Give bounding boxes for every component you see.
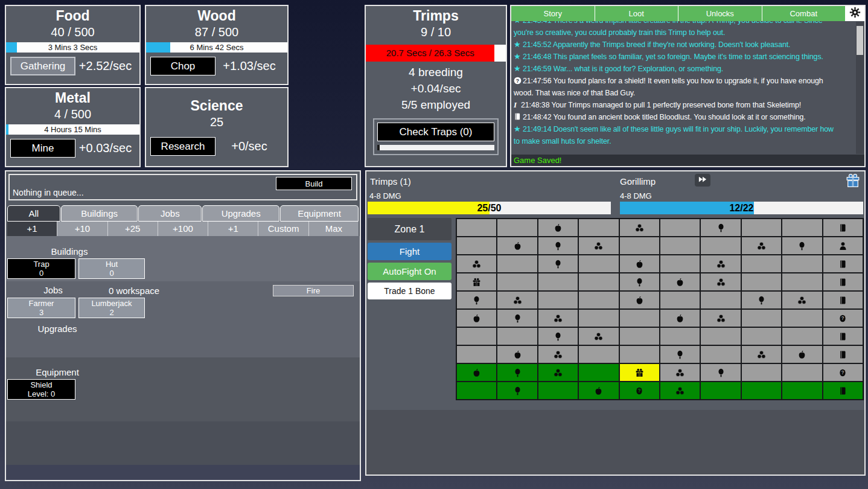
tree-icon (675, 350, 685, 359)
jobs-heading: Jobs (20, 285, 86, 295)
hut-label: Hut (106, 260, 118, 269)
game-saved-banner: Game Saved! (511, 155, 864, 166)
buy-amount-plus1[interactable]: +1 (7, 222, 57, 236)
ore-icon (513, 296, 522, 305)
bone-gift-button[interactable] (846, 173, 860, 188)
check-traps-button[interactable]: Check Traps (0) (377, 123, 494, 141)
log-message: ★21:46:59 War... what is it good for? Ex… (514, 63, 857, 75)
tab-equipment[interactable]: Equipment (280, 205, 359, 222)
map-cell (497, 309, 537, 327)
map-cell (700, 309, 741, 327)
gather-food-button[interactable]: Gathering (10, 57, 75, 75)
food-count: 40 / 500 (6, 25, 139, 39)
footer-band (6, 465, 360, 480)
map-cell-complete (456, 382, 497, 400)
star-icon: ★ (514, 39, 523, 51)
log-tab-unlocks[interactable]: Unlocks (678, 6, 762, 21)
buy-amount-plus10[interactable]: +10 (57, 222, 107, 236)
hire-lumberjack-button[interactable]: Lumberjack2 (78, 298, 145, 318)
map-cell-complete (456, 363, 497, 382)
map-cell (578, 291, 619, 309)
tree-icon (635, 278, 644, 287)
log-message-text: 21:47:56 You found plans for a shield! I… (514, 77, 823, 97)
science-rate: +0/sec (215, 139, 283, 153)
tab-upgrades[interactable]: Upgrades (202, 205, 279, 222)
map-cell (823, 291, 863, 309)
map-cell-complete (578, 363, 619, 382)
research-button[interactable]: Research (150, 137, 215, 156)
hire-farmer-button[interactable]: Farmer3 (7, 298, 75, 318)
equipment-heading: Equipment (18, 367, 97, 377)
shield-level: Level: 0 (28, 389, 56, 398)
fire-button[interactable]: Fire (273, 285, 354, 296)
question-circle-icon: ? (514, 75, 523, 87)
log-message: I21:48:38 Your Trimps managed to pull 1 … (514, 99, 857, 111)
shield-label: Shield (30, 380, 52, 389)
buy-amount-custom[interactable]: Custom (258, 222, 308, 236)
tree-icon (554, 241, 563, 251)
tree-icon (472, 296, 481, 305)
tab-buildings[interactable]: Buildings (61, 205, 138, 222)
log-tab-story[interactable]: Story (511, 6, 595, 21)
map-cell (497, 291, 537, 309)
ore-icon (554, 350, 563, 359)
buy-amount-plus25[interactable]: +25 (107, 222, 158, 236)
book-icon (838, 223, 847, 232)
ore-icon (472, 260, 481, 269)
map-cell (660, 219, 700, 237)
map-cell-complete (578, 382, 619, 400)
gear-icon (849, 7, 861, 21)
map-cell (619, 219, 660, 237)
tab-jobs[interactable]: Jobs (138, 205, 202, 222)
ally-health-text: 25/50 (368, 202, 611, 214)
lumberjack-label: Lumberjack (91, 299, 132, 308)
buy-amount-max[interactable]: Max (308, 222, 359, 236)
apple-icon (554, 223, 563, 232)
autofight-toggle[interactable]: AutoFight On (368, 263, 452, 280)
question-icon: ? (838, 314, 847, 323)
map-cell (578, 237, 619, 255)
ally-damage: 4-8 DMG (369, 191, 401, 200)
buy-amount-plus100[interactable]: +100 (158, 222, 208, 236)
farmer-label: Farmer (29, 299, 54, 308)
fast-forward-button[interactable] (695, 174, 710, 187)
trap-count: 0 (39, 269, 43, 278)
ore-icon (554, 314, 563, 323)
buy-shield-button[interactable]: ShieldLevel: 0 (7, 379, 75, 400)
log-scrollbar-thumb[interactable] (857, 26, 863, 55)
trimps-panel: Trimps 9 / 10 20.7 Secs / 26.3 Secs 4 br… (365, 5, 507, 167)
ore-icon (716, 260, 726, 269)
map-cell (782, 345, 822, 363)
battle-panel: Trimps (1) Gorillimp 4-8 DMG 4-8 DMG 25/… (365, 170, 866, 476)
tab-all[interactable]: All (7, 205, 60, 222)
log-tab-loot[interactable]: Loot (595, 6, 679, 21)
science-count: 25 (146, 115, 287, 129)
map-cell (578, 273, 619, 291)
star-icon: ★ (514, 63, 523, 75)
map-cell-complete (660, 382, 700, 400)
metal-panel: Metal 4 / 500 4 Hours 15 Mins Mine +0.03… (5, 87, 141, 167)
svg-text:?: ? (841, 369, 844, 376)
metal-progress-bar: 4 Hours 15 Mins (6, 124, 139, 135)
svg-text:?: ? (516, 78, 519, 84)
log-tab-combat[interactable]: Combat (762, 6, 846, 21)
buy-amount-plus1[interactable]: +1 (208, 222, 258, 236)
fight-button[interactable]: Fight (368, 243, 452, 260)
trade-bone-button[interactable]: Trade 1 Bone (368, 283, 452, 299)
buy-trap-button[interactable]: Trap0 (7, 258, 75, 279)
map-cell (456, 219, 497, 237)
check-traps-box: Check Traps (0) (373, 118, 499, 155)
log-scrollbar[interactable] (856, 22, 864, 154)
map-cell (456, 255, 497, 273)
build-button[interactable]: Build (276, 177, 352, 190)
buy-hut-button[interactable]: Hut0 (78, 258, 145, 279)
log-settings-button[interactable] (846, 6, 864, 21)
map-cell-complete: ? (619, 382, 660, 400)
ore-icon (757, 241, 766, 251)
mine-metal-button[interactable]: Mine (10, 139, 75, 158)
map-cell (823, 273, 863, 291)
lower-band (6, 421, 360, 465)
map-cell (660, 327, 700, 345)
farmer-count: 3 (39, 308, 43, 317)
chop-wood-button[interactable]: Chop (150, 57, 215, 75)
